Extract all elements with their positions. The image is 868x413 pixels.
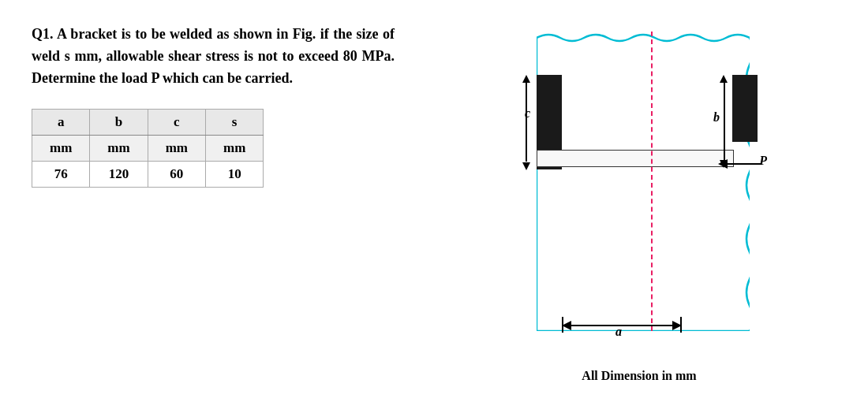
col-s-header: s bbox=[205, 109, 263, 135]
table-container: a b c s mm mm mm mm 76 120 60 10 bbox=[32, 109, 395, 188]
col-b-value: 120 bbox=[90, 161, 148, 187]
col-a-value: 76 bbox=[32, 161, 90, 187]
col-a-unit: mm bbox=[32, 135, 90, 161]
b-arrow-top bbox=[720, 75, 728, 83]
col-a-header: a bbox=[32, 109, 90, 135]
table-units-row: mm mm mm mm bbox=[32, 135, 264, 161]
c-vert-line bbox=[526, 83, 527, 162]
col-c-header: c bbox=[148, 109, 205, 135]
p-label: P bbox=[759, 154, 767, 168]
wall-attach bbox=[732, 75, 758, 142]
b-label: b bbox=[713, 110, 720, 125]
right-panel: c b P a All Dimension in mm bbox=[426, 24, 852, 383]
svg-marker-6 bbox=[672, 321, 682, 330]
table-values-row: 76 120 60 10 bbox=[32, 161, 264, 187]
left-panel: Q1. A bracket is to be welded as shown i… bbox=[32, 24, 395, 188]
col-s-value: 10 bbox=[205, 161, 263, 187]
table-header-row: a b c s bbox=[32, 109, 264, 135]
c-arrow-top bbox=[522, 75, 530, 83]
col-c-unit: mm bbox=[148, 135, 205, 161]
svg-marker-5 bbox=[562, 321, 571, 330]
b-vert-line bbox=[724, 83, 725, 160]
col-b-header: b bbox=[90, 109, 148, 135]
p-arrow-svg bbox=[718, 156, 765, 172]
a-dim-arrow bbox=[562, 318, 682, 333]
wavy-border-svg bbox=[537, 32, 750, 331]
dimensions-table: a b c s mm mm mm mm 76 120 60 10 bbox=[32, 109, 264, 188]
diagram-area: c b P a bbox=[513, 32, 765, 363]
col-b-unit: mm bbox=[90, 135, 148, 161]
c-arrow-bot bbox=[522, 162, 530, 170]
col-s-unit: mm bbox=[205, 135, 263, 161]
centroid-axis bbox=[651, 32, 653, 331]
bottom-note: All Dimension in mm bbox=[582, 369, 696, 383]
bracket-arm bbox=[537, 150, 734, 167]
a-label: a bbox=[615, 325, 622, 339]
page-container: Q1. A bracket is to be welded as shown i… bbox=[0, 0, 868, 413]
svg-marker-3 bbox=[718, 159, 728, 169]
c-label: c bbox=[525, 106, 530, 121]
col-c-value: 60 bbox=[148, 161, 205, 187]
question-text: Q1. A bracket is to be welded as shown i… bbox=[32, 24, 395, 90]
